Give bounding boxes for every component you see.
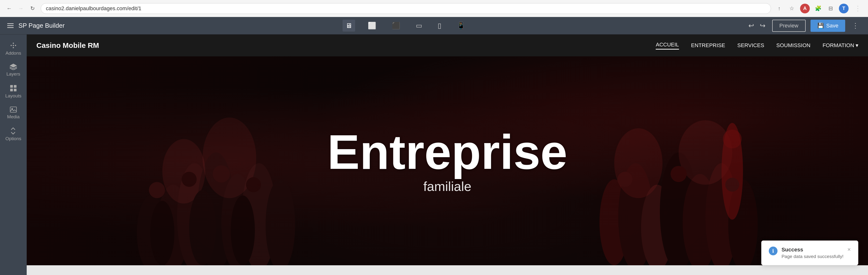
browser-nav-buttons: ← → ↻ [5,4,37,13]
svg-rect-6 [14,85,17,88]
svg-point-39 [671,166,687,182]
redo-button[interactable]: ↪ [758,20,767,32]
hero-section: Entreprise familiale [27,56,868,265]
hero-title: Entreprise [327,128,567,176]
tablet-landscape-device-button[interactable]: ⬛ [389,20,403,32]
site-logo: Casino Mobile RM [36,41,99,50]
laptop-device-button[interactable]: ⬜ [365,20,379,32]
svg-point-0 [13,45,14,46]
sidebar-item-layouts[interactable]: Layouts [0,81,27,102]
tablet-small-device-button[interactable]: ▯ [435,20,444,32]
account-avatar-t[interactable]: T [839,4,848,13]
toast-title: Success [781,247,843,253]
addons-label: Addons [6,51,21,56]
address-bar[interactable] [41,3,771,14]
nav-item-formation[interactable]: FORMATION ▾ [823,42,858,49]
svg-point-23 [246,177,261,192]
svg-point-26 [231,196,255,265]
toast-message: Page data saved successfully! [781,254,843,259]
toast-close-button[interactable]: × [847,247,851,252]
svg-point-20 [149,182,165,198]
page-canvas[interactable]: Casino Mobile RM ACCUEIL ENTREPRISE SERV… [27,34,868,275]
svg-rect-5 [10,85,13,88]
undo-redo-controls: ↩ ↪ [746,20,767,32]
svg-point-24 [150,201,175,265]
nav-item-services[interactable]: SERVICES [737,42,764,49]
browser-more-button[interactable]: ⋮ [852,2,863,14]
forward-button[interactable]: → [17,4,25,13]
svg-point-25 [189,190,216,265]
sidebar-item-media[interactable]: Media [0,103,27,123]
svg-rect-9 [10,107,17,112]
browser-chrome: ← → ↻ ↑ ☆ A 🧩 ⊟ T ⋮ [0,0,868,17]
success-toast: ℹ Success Page data saved successfully! … [761,241,858,265]
toast-info-icon: ℹ [769,247,777,255]
puzzle-icon[interactable]: 🧩 [814,4,823,13]
browser-toolbar: ← → ↻ ↑ ☆ A 🧩 ⊟ T ⋮ [0,0,868,17]
toast-content: Success Page data saved successfully! [781,247,843,259]
sp-more-button[interactable]: ⋮ [850,20,861,32]
device-switcher: 🖥 ⬜ ⬛ ▭ ▯ 📱 [65,20,746,32]
hero-content: Entreprise familiale [327,128,567,194]
browser-actions: ↑ ☆ A 🧩 ⊟ T ⋮ [775,2,863,14]
svg-rect-8 [14,89,17,91]
split-screen-icon[interactable]: ⊟ [826,4,835,13]
svg-point-34 [614,128,662,198]
hero-subtitle: familiale [327,179,567,194]
svg-point-37 [723,130,742,148]
svg-point-1 [11,45,12,46]
website-header: Casino Mobile RM ACCUEIL ENTREPRISE SERV… [27,34,868,56]
nav-item-soumission[interactable]: SOUMISSION [776,42,810,49]
formation-label: FORMATION [823,42,854,49]
layers-icon [10,64,17,70]
sp-page-builder-header: SP Page Builder 🖥 ⬜ ⬛ ▭ ▯ 📱 ↩ ↪ Preview … [0,17,868,34]
formation-dropdown-icon: ▾ [856,42,858,49]
bookmark-icon[interactable]: ☆ [787,4,796,13]
sidebar-item-options[interactable]: Options [0,124,27,145]
nav-item-entreprise[interactable]: ENTREPRISE [691,42,725,49]
share-icon[interactable]: ↑ [775,4,783,13]
svg-point-2 [15,45,16,46]
addons-icon [10,42,17,49]
options-label: Options [5,136,21,141]
media-label: Media [7,114,20,119]
svg-point-40 [725,178,739,192]
preview-button[interactable]: Preview [772,20,806,32]
desktop-device-button[interactable]: 🖥 [343,20,355,32]
nav-item-accueil[interactable]: ACCUEIL [656,42,679,50]
back-button[interactable]: ← [5,4,13,13]
layouts-label: Layouts [5,93,22,99]
hamburger-menu-icon[interactable] [7,23,13,28]
save-button[interactable]: 💾 Save [810,20,845,32]
layouts-icon [10,85,17,92]
mobile-device-button[interactable]: 📱 [454,20,468,32]
svg-point-22 [213,165,230,183]
sidebar-item-addons[interactable]: Addons [0,38,27,59]
media-icon [10,106,17,113]
page-canvas-inner: Casino Mobile RM ACCUEIL ENTREPRISE SERV… [27,34,868,265]
save-label: Save [826,23,838,29]
sidebar-item-layers[interactable]: Layers [0,60,27,80]
svg-point-3 [13,43,14,44]
account-avatar-a[interactable]: A [800,4,810,13]
layers-label: Layers [6,72,20,77]
main-area: Addons Layers Layouts [0,34,868,275]
undo-button[interactable]: ↩ [746,20,756,32]
svg-point-38 [618,172,633,187]
save-icon: 💾 [817,23,824,29]
site-nav: ACCUEIL ENTREPRISE SERVICES SOUMISSION F… [656,42,858,50]
sp-page-builder-title: SP Page Builder [19,22,65,29]
left-sidebar: Addons Layers Layouts [0,34,27,275]
refresh-button[interactable]: ↻ [28,4,37,13]
svg-point-4 [13,47,14,48]
sp-header-left: SP Page Builder [7,22,65,29]
svg-point-21 [182,172,197,187]
options-icon [10,127,17,135]
svg-rect-7 [10,89,13,91]
sp-header-right: ↩ ↪ Preview 💾 Save ⋮ [746,20,861,32]
tablet-device-button[interactable]: ▭ [413,20,425,32]
